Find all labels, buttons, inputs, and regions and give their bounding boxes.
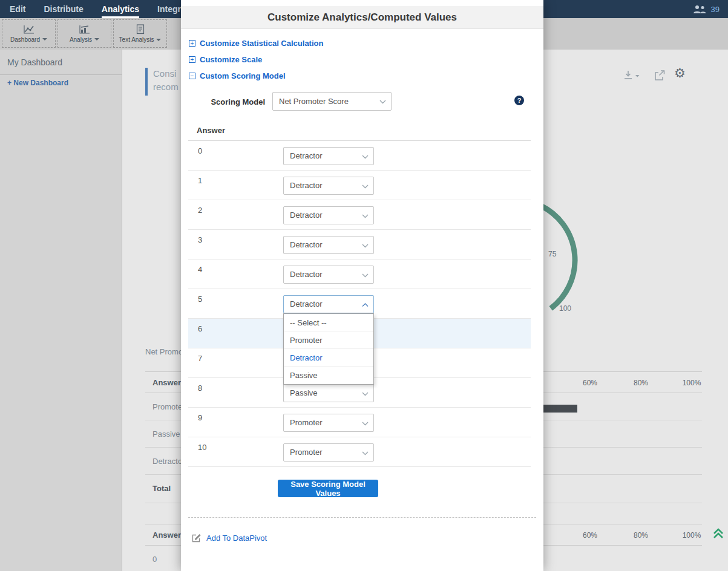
answer-row-0: 0 Detractor xyxy=(188,141,531,171)
scoring-model-label: Scoring Model xyxy=(181,97,265,106)
participation-indicator[interactable]: 39 xyxy=(692,0,720,18)
share-button[interactable] xyxy=(654,70,665,80)
tab-text-analysis[interactable]: Text Analysis xyxy=(113,19,167,48)
answer-row-3: 3 Detractor xyxy=(188,230,531,259)
gauge-label-75: 75 xyxy=(548,250,556,258)
expand-icon xyxy=(189,56,195,63)
score-dropdown-panel: -- Select -- Promoter Detractor Passive xyxy=(283,313,374,385)
section-label: Custom Scoring Model xyxy=(200,71,286,80)
answer-value: 6 xyxy=(198,324,202,333)
expand-icon xyxy=(189,40,195,47)
answer-column-header: Answer xyxy=(152,530,181,540)
row-label: Promoter xyxy=(152,402,185,411)
select-value: Detractor xyxy=(290,151,322,160)
answer-value: 0 xyxy=(198,146,202,155)
select-value: Detractor xyxy=(290,181,322,190)
answer-value: 10 xyxy=(198,443,206,452)
save-scoring-model-button[interactable]: Save Scoring Model Values xyxy=(278,480,378,497)
select-value: Promoter xyxy=(290,418,322,427)
answer-value: 4 xyxy=(198,265,202,274)
tab-label: Dashboard xyxy=(10,36,40,43)
tab-label: Analysis xyxy=(70,36,92,43)
chevron-down-icon xyxy=(94,38,99,41)
chevron-down-icon xyxy=(362,244,369,248)
answer-row-2: 2 Detractor xyxy=(188,200,531,230)
score-select-8[interactable]: Passive xyxy=(283,384,374,402)
score-select-0[interactable]: Detractor xyxy=(283,147,374,165)
select-value: Detractor xyxy=(290,270,322,279)
section-label: Customize Scale xyxy=(200,55,262,64)
score-select-9[interactable]: Promoter xyxy=(283,414,374,432)
line-chart-icon xyxy=(23,25,34,34)
row-label: Total xyxy=(152,484,171,493)
answer-value: 9 xyxy=(198,413,202,422)
score-select-1[interactable]: Detractor xyxy=(283,177,374,195)
modal-sections: Customize Statistical Calculation Custom… xyxy=(189,35,323,84)
answer-value: 8 xyxy=(198,383,202,393)
answer-row-1: 1 Detractor xyxy=(188,171,531,200)
select-value: Detractor xyxy=(290,299,322,308)
sidebar-title: My Dashboard xyxy=(0,50,122,75)
chevron-down-icon xyxy=(362,422,369,426)
dropdown-option-passive[interactable]: Passive xyxy=(284,367,373,384)
score-select-3[interactable]: Detractor xyxy=(283,236,374,254)
answer-value: 2 xyxy=(198,206,202,215)
add-to-datapivot-link[interactable]: Add To DataPivot xyxy=(192,533,267,543)
score-select-4[interactable]: Detractor xyxy=(283,266,374,284)
question-title-line2: recom xyxy=(153,82,179,92)
dropdown-option-detractor[interactable]: Detractor xyxy=(284,349,373,367)
help-icon[interactable] xyxy=(514,96,524,105)
answer-header-row: Answer xyxy=(188,120,531,141)
select-value: Promoter xyxy=(290,448,322,457)
scoring-model-value: Net Promoter Score xyxy=(279,97,349,106)
scroll-top-button[interactable] xyxy=(712,526,725,540)
answer-value: 7 xyxy=(198,354,202,363)
chevron-down-icon xyxy=(156,39,161,41)
section-customize-scale[interactable]: Customize Scale xyxy=(189,51,323,68)
scoring-model-table: Answer 0 Detractor 1 Detractor 2 D xyxy=(188,120,531,467)
nav-item-distribute[interactable]: Distribute xyxy=(44,0,83,18)
edit-icon xyxy=(192,533,202,543)
nav-item-edit[interactable]: Edit xyxy=(10,0,25,18)
section-customize-statistical-calculation[interactable]: Customize Statistical Calculation xyxy=(189,35,323,51)
axis-label: 60% xyxy=(578,379,602,387)
chevron-down-icon xyxy=(362,451,369,455)
user-count: 39 xyxy=(711,5,720,14)
modal-title: Customize Analytics/Computed Values xyxy=(181,6,543,29)
chevron-down-icon xyxy=(42,38,47,41)
chevron-down-icon xyxy=(362,155,369,159)
select-value: Passive xyxy=(290,388,318,397)
row-label: 0 xyxy=(152,555,157,564)
dropdown-option-promoter[interactable]: Promoter xyxy=(284,331,373,349)
row-label: Passive xyxy=(152,429,180,439)
answer-row-9: 9 Promoter xyxy=(188,408,531,437)
datapivot-label: Add To DataPivot xyxy=(206,533,267,543)
download-button[interactable] xyxy=(623,70,640,81)
new-dashboard-link[interactable]: + New Dashboard xyxy=(7,79,68,87)
nav-item-analytics[interactable]: Analytics xyxy=(102,0,139,18)
answer-row-10: 10 Promoter xyxy=(188,437,531,467)
row-label: Detractor xyxy=(152,457,185,466)
axis-label: 80% xyxy=(629,379,653,387)
section-label: Customize Statistical Calculation xyxy=(200,39,323,48)
tab-dashboard[interactable]: Dashboard xyxy=(2,19,56,48)
dashed-divider xyxy=(188,517,536,518)
score-select-2[interactable]: Detractor xyxy=(283,206,374,224)
chevron-up-icon xyxy=(362,303,369,307)
gauge-label-100: 100 xyxy=(559,304,571,313)
dropdown-option-select[interactable]: -- Select -- xyxy=(284,314,373,331)
answer-column-header: Answer xyxy=(152,378,181,387)
tab-analysis[interactable]: Analysis xyxy=(57,19,111,48)
select-value: Detractor xyxy=(290,240,322,249)
section-custom-scoring-model[interactable]: Custom Scoring Model xyxy=(189,68,323,84)
question-accent-bar xyxy=(145,68,148,96)
score-select-5[interactable]: Detractor xyxy=(283,295,374,313)
score-select-10[interactable]: Promoter xyxy=(283,443,374,462)
tab-label: Text Analysis xyxy=(119,36,154,43)
page: Edit Distribute Analytics Integrations 3… xyxy=(0,0,728,571)
axis-label: 100% xyxy=(680,379,704,387)
customize-analytics-modal: Customize Analytics/Computed Values Cust… xyxy=(181,0,543,571)
answer-value: 1 xyxy=(198,176,202,185)
settings-gear-button[interactable]: ⚙ xyxy=(674,67,686,79)
scoring-model-select[interactable]: Net Promoter Score xyxy=(272,92,392,111)
